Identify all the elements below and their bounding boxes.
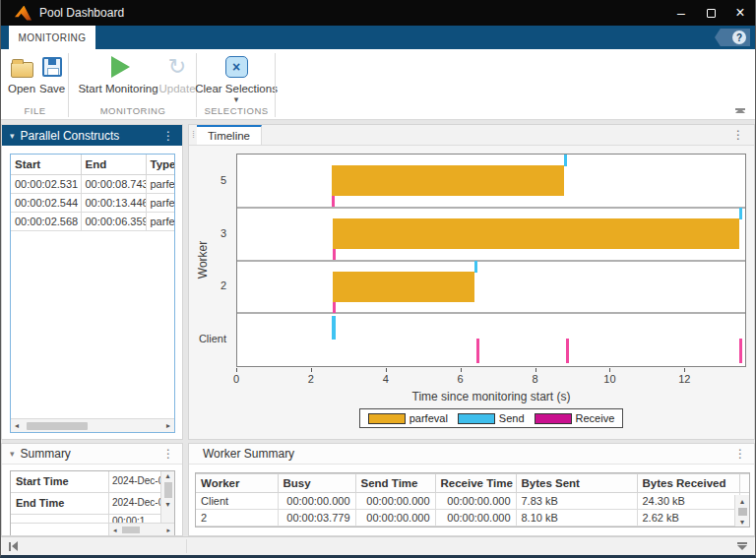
window-title: Pool Dashboard (39, 6, 124, 20)
collapse-left-panel-button[interactable] (9, 541, 18, 551)
scroll-down-icon[interactable]: ▾ (165, 500, 169, 509)
save-button[interactable]: Save (39, 54, 65, 94)
legend-item[interactable]: Send (458, 412, 525, 424)
clear-selections-button[interactable]: × Clear Selections ▾ (201, 54, 272, 103)
receive-event-tick[interactable] (566, 339, 569, 363)
vertical-scrollbar[interactable]: ▴ ▾ (160, 471, 174, 523)
minimize-button[interactable]: – (666, 0, 696, 26)
summary-header: ▾ Summary ⋮ (2, 444, 182, 465)
receive-event-tick[interactable] (333, 249, 336, 260)
x-axis-title: Time since monitoring start (s) (236, 390, 746, 403)
open-button[interactable]: Open (8, 54, 35, 94)
play-icon (111, 56, 130, 78)
tab-monitoring[interactable]: MONITORING (9, 26, 95, 49)
panel-title: Parallel Constructs (21, 129, 120, 143)
parallel-constructs-table[interactable]: Start End Type 00:00:02.531 00:00:08.743… (10, 154, 175, 433)
legend-item[interactable]: Receive (535, 412, 615, 424)
minimize-icon: – (677, 5, 685, 21)
dropdown-caret-icon[interactable]: ▾ (234, 95, 239, 103)
x-tick-mark (311, 368, 312, 372)
ribbon-tab-strip: MONITORING ? (1, 26, 755, 49)
y-tick-label: 5 (189, 174, 226, 186)
collapse-panel-icon[interactable]: ▾ (10, 449, 15, 459)
x-tick-label: 12 (678, 373, 690, 385)
scroll-right-icon[interactable]: ▸ (162, 527, 174, 534)
horizontal-scrollbar[interactable]: ◂ ▸ (11, 418, 174, 432)
table-row[interactable]: End Time 2024-Dec-02 (11, 493, 174, 515)
scroll-left-icon[interactable]: ◂ (109, 527, 121, 534)
legend-item[interactable]: parfeval (368, 412, 448, 424)
scroll-down-icon[interactable]: ▾ (740, 518, 744, 527)
send-event-tick[interactable] (332, 316, 336, 340)
drag-handle-icon[interactable]: ⁞ (189, 125, 197, 145)
table-row[interactable]: 2 00:00:03.779 00:00:00.000 00:00:00.000… (196, 510, 750, 527)
collapse-bottom-panel-button[interactable] (737, 542, 747, 550)
table-row[interactable]: 00:00:1 (11, 515, 174, 524)
refresh-icon: ↻ (164, 54, 190, 80)
table-row[interactable]: 00:00:02.544 00:00:13.446 parfeval (11, 194, 174, 213)
scrollbar-thumb[interactable] (122, 527, 140, 533)
panel-menu-icon[interactable]: ⋮ (734, 447, 746, 461)
timeline-plot-area[interactable] (236, 154, 746, 367)
scroll-right-icon[interactable]: ▸ (162, 421, 174, 430)
scrollbar-thumb[interactable] (27, 422, 88, 430)
scroll-up-icon[interactable]: ▴ (165, 471, 169, 480)
close-button[interactable]: × (725, 0, 755, 26)
app-window: Pool Dashboard – × MONITORING ? Open Sav… (0, 0, 756, 558)
x-tick-mark (386, 368, 387, 372)
send-event-tick[interactable] (474, 261, 477, 273)
table-row[interactable]: 00:00:02.531 00:00:08.743 parfeval (11, 175, 174, 194)
table-row[interactable]: Client 00:00:00.000 00:00:00.000 00:00:0… (196, 493, 750, 510)
toolstrip-group-selections: × Clear Selections ▾ SELECTIONS (197, 49, 276, 119)
panel-menu-icon[interactable]: ⋮ (162, 129, 174, 143)
x-tick-mark (609, 368, 610, 372)
scrollbar-thumb[interactable] (738, 508, 747, 516)
scrollbar-thumb[interactable] (164, 482, 172, 498)
timeline-tab-bar: ⁞ Timeline ⋮ (189, 125, 754, 146)
receive-event-tick[interactable] (333, 302, 336, 313)
y-axis-labels: 532Client (189, 154, 232, 367)
send-event-tick[interactable] (564, 155, 567, 166)
receive-event-tick[interactable] (476, 339, 479, 363)
collapse-toolstrip-icon (735, 108, 745, 110)
tab-timeline[interactable]: Timeline (197, 125, 262, 145)
receive-event-tick[interactable] (332, 196, 335, 207)
collapse-toolstrip-button[interactable] (733, 108, 747, 113)
worker-summary-header: Worker Summary ⋮ (189, 444, 754, 465)
panel-menu-icon[interactable]: ⋮ (162, 447, 174, 461)
x-tick-label: 8 (532, 373, 537, 385)
panel-title: Worker Summary (203, 447, 294, 461)
help-icon: ? (732, 31, 746, 44)
worker-row-separator (237, 260, 745, 262)
collapse-left-icon (9, 542, 11, 551)
collapse-down-icon (737, 542, 747, 544)
worker-row-separator (237, 207, 745, 209)
timeline-figure: Worker 532Client 024681012 Time since mo… (189, 146, 754, 439)
timeline-panel: ⁞ Timeline ⋮ Worker 532Client 024681012 … (188, 124, 755, 440)
x-axis-ticks: 024681012 (236, 367, 746, 389)
help-button[interactable]: ? (715, 29, 750, 46)
toolstrip: Open Save FILE Start Monitoring ↻ Update… (1, 49, 755, 120)
parfeval-bar[interactable] (333, 218, 740, 249)
panel-menu-icon[interactable]: ⋮ (732, 128, 744, 142)
table-row[interactable]: 00:00:02.568 00:00:06.359 parfeval (11, 213, 174, 231)
scroll-up-icon[interactable]: ▴ (740, 497, 744, 506)
x-tick-label: 4 (383, 373, 389, 385)
summary-table[interactable]: Start Time 2024-Dec-02 End Time 2024-Dec… (10, 470, 175, 536)
send-event-tick[interactable] (739, 208, 742, 219)
worker-summary-table[interactable]: Worker Busy Send Time Receive Time Bytes… (195, 472, 750, 527)
receive-event-tick[interactable] (739, 339, 742, 363)
collapse-panel-icon[interactable]: ▾ (10, 131, 15, 141)
start-monitoring-button[interactable]: Start Monitoring (77, 54, 159, 94)
table-row[interactable]: Start Time 2024-Dec-02 (11, 471, 174, 493)
worker-row-separator (237, 312, 745, 314)
vertical-scrollbar[interactable]: ▴ ▾ (734, 495, 749, 527)
parfeval-bar[interactable] (333, 272, 474, 302)
window-controls: – × (666, 0, 755, 26)
horizontal-scrollbar[interactable]: ◂ ▸ (11, 524, 174, 536)
scroll-left-icon[interactable]: ◂ (11, 421, 23, 430)
maximize-button[interactable] (696, 0, 725, 26)
group-label-monitoring: MONITORING (69, 105, 197, 116)
parfeval-bar[interactable] (332, 165, 564, 196)
update-button[interactable]: ↻ Update (159, 54, 195, 94)
